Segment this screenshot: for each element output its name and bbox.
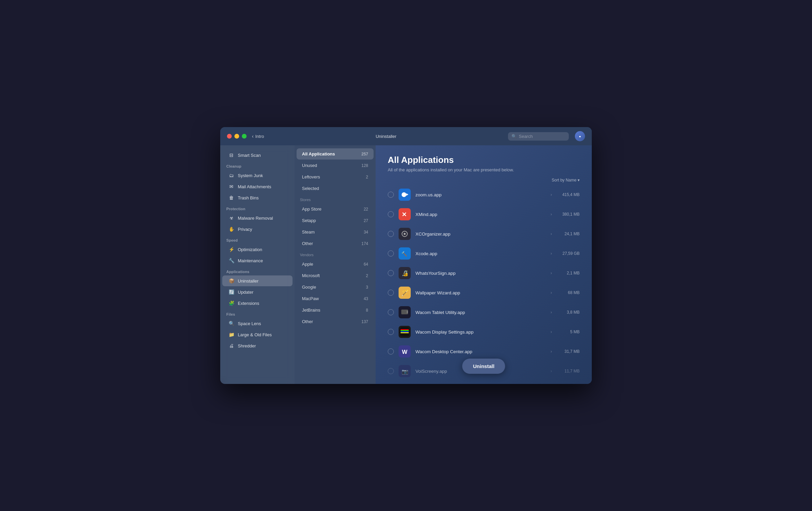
sidebar-item-label: Extensions: [238, 301, 259, 306]
mid-item-other-vendors[interactable]: Other 137: [297, 316, 374, 327]
app-icon: ✕: [399, 208, 411, 220]
mid-item-label: Other: [302, 241, 313, 246]
app-checkbox[interactable]: [388, 309, 394, 315]
sidebar-item-mail-attachments[interactable]: ✉ Mail Attachments: [222, 181, 293, 192]
table-row[interactable]: zoom.us.app › 415,4 MB: [382, 185, 585, 204]
mid-item-count: 174: [361, 241, 368, 246]
sidebar-item-label: Updater: [238, 290, 253, 295]
avatar[interactable]: ●: [575, 131, 585, 141]
vendors-section-label: Vendors: [295, 249, 376, 258]
app-checkbox[interactable]: [388, 192, 394, 198]
sidebar-item-system-junk[interactable]: 🗂 System Junk: [222, 170, 293, 181]
mid-item-jetbrains[interactable]: JetBrains 8: [297, 305, 374, 316]
uninstaller-icon: 📦: [228, 278, 234, 284]
space-lens-icon: 🔍: [228, 320, 234, 326]
sidebar-item-label: Privacy: [238, 227, 252, 232]
table-row[interactable]: Wacom Tablet Utility.app › 3,8 MB: [382, 303, 585, 322]
svg-rect-19: [401, 331, 409, 332]
main-title: All Applications: [388, 155, 580, 165]
table-row[interactable]: ✕ XMind.app › 380,1 MB: [382, 205, 585, 224]
sidebar-item-smart-scan[interactable]: ⊟ Smart Scan: [222, 150, 293, 161]
uninstall-button[interactable]: Uninstall: [462, 359, 505, 374]
sidebar-item-extensions[interactable]: 🧩 Extensions: [222, 298, 293, 309]
mid-item-setapp[interactable]: Setapp 27: [297, 215, 374, 226]
back-button[interactable]: ‹ Intro: [252, 133, 264, 139]
app-checkbox[interactable]: [388, 368, 394, 374]
svg-text:✕: ✕: [402, 211, 407, 218]
mid-item-all-applications[interactable]: All Applications 257: [297, 148, 374, 160]
sidebar-item-trash-bins[interactable]: 🗑 Trash Bins: [222, 192, 293, 203]
mid-item-count: 22: [364, 207, 368, 212]
app-checkbox[interactable]: [388, 329, 394, 335]
app-name: Xcode.app: [415, 251, 551, 256]
close-button[interactable]: [227, 134, 232, 139]
sort-button[interactable]: Sort by Name ▾: [552, 178, 580, 182]
table-row[interactable]: W Wacom Desktop Center.app › 31,7 MB: [382, 342, 585, 361]
app-checkbox[interactable]: [388, 270, 394, 276]
mid-item-label: Other: [302, 319, 313, 324]
svg-point-6: [404, 233, 406, 235]
mid-item-steam[interactable]: Steam 34: [297, 226, 374, 238]
app-checkbox[interactable]: [388, 231, 394, 237]
app-icon: [399, 306, 411, 318]
sidebar-item-maintenance[interactable]: 🔧 Maintenance: [222, 255, 293, 266]
minimize-button[interactable]: [234, 134, 239, 139]
chevron-right-icon: ›: [551, 271, 552, 275]
mid-item-label: Steam: [302, 229, 315, 235]
titlebar: ‹ Intro Uninstaller 🔍 ●: [220, 127, 592, 145]
mid-item-label: JetBrains: [302, 308, 320, 313]
sidebar-item-uninstaller[interactable]: 📦 Uninstaller: [222, 275, 293, 286]
table-row[interactable]: 🪄 Wallpaper Wizard.app › 68 MB: [382, 283, 585, 302]
chevron-right-icon: ›: [551, 232, 552, 236]
updater-icon: 🔄: [228, 289, 234, 295]
sidebar-section-protection: Protection: [220, 203, 295, 212]
app-checkbox[interactable]: [388, 250, 394, 257]
mid-item-label: App Store: [302, 206, 322, 212]
sidebar-item-shredder[interactable]: 🖨 Shredder: [222, 340, 293, 351]
mid-item-label: Setapp: [302, 218, 316, 223]
sidebar-item-optimization[interactable]: ⚡ Optimization: [222, 244, 293, 255]
mid-item-apple[interactable]: Apple 64: [297, 259, 374, 270]
app-name: XMind.app: [415, 212, 551, 217]
mid-item-microsoft[interactable]: Microsoft 2: [297, 270, 374, 281]
app-icon: 🔨: [399, 247, 411, 260]
mid-item-unused[interactable]: Unused 128: [297, 160, 374, 171]
mid-item-google[interactable]: Google 3: [297, 282, 374, 293]
mid-item-count: 2: [366, 175, 368, 179]
table-row[interactable]: 🔨 Xcode.app › 27,59 GB: [382, 244, 585, 263]
app-list: zoom.us.app › 415,4 MB ✕ XMind.app › 380…: [376, 185, 592, 381]
app-checkbox[interactable]: [388, 211, 394, 217]
sidebar-item-label: Large & Old Files: [238, 332, 272, 337]
sidebar-item-malware-removal[interactable]: ☣ Malware Removal: [222, 213, 293, 223]
app-name: Wacom Tablet Utility.app: [415, 310, 551, 315]
mid-item-count: 3: [366, 285, 368, 290]
app-size: 27,59 GB: [556, 251, 580, 256]
table-row[interactable]: 🔏 WhatsYourSign.app › 2,1 MB: [382, 264, 585, 283]
mid-item-leftovers[interactable]: Leftovers 2: [297, 171, 374, 182]
app-icon: 🪄: [399, 287, 411, 299]
table-row[interactable]: Wacom Display Settings.app › 5 MB: [382, 322, 585, 341]
mid-item-other-stores[interactable]: Other 174: [297, 238, 374, 249]
sidebar-item-privacy[interactable]: ✋ Privacy: [222, 224, 293, 235]
app-checkbox[interactable]: [388, 290, 394, 296]
app-icon: 🔏: [399, 267, 411, 279]
table-row[interactable]: XCOrganizer.app › 24,1 MB: [382, 224, 585, 243]
mid-item-label: Google: [302, 285, 316, 290]
search-input[interactable]: [519, 134, 565, 139]
sidebar-section-speed: Speed: [220, 235, 295, 244]
sidebar-item-updater[interactable]: 🔄 Updater: [222, 287, 293, 297]
maximize-button[interactable]: [242, 134, 247, 139]
sidebar-item-large-old-files[interactable]: 📁 Large & Old Files: [222, 329, 293, 340]
shredder-icon: 🖨: [228, 343, 234, 349]
svg-text:🔏: 🔏: [402, 270, 408, 276]
mid-item-selected[interactable]: Selected: [297, 183, 374, 194]
mid-item-label: MacPaw: [302, 296, 319, 301]
mid-item-macpaw[interactable]: MacPaw 43: [297, 293, 374, 304]
app-checkbox[interactable]: [388, 348, 394, 355]
svg-text:📷: 📷: [402, 368, 408, 375]
stores-section-label: Stores: [295, 194, 376, 203]
mid-item-app-store[interactable]: App Store 22: [297, 203, 374, 215]
search-box[interactable]: 🔍: [508, 132, 569, 141]
sidebar-item-space-lens[interactable]: 🔍 Space Lens: [222, 318, 293, 329]
app-icon: [399, 228, 411, 240]
